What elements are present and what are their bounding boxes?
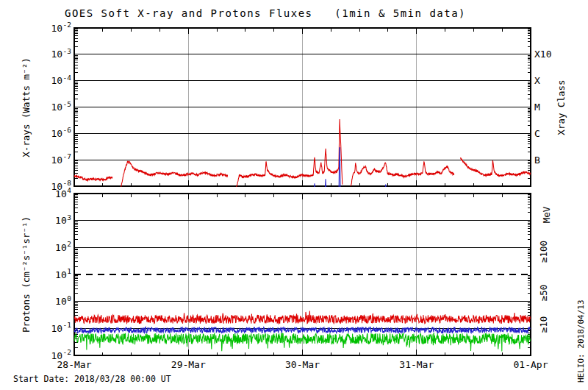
- xray-y-tick-label: 10-3: [51, 47, 71, 60]
- helio-date-watermark: HELIO: 2018/04/13: [576, 299, 586, 383]
- grid-layer: [74, 28, 531, 355]
- x-tick-label: 30-Mar: [285, 359, 320, 370]
- chart-title: GOES Soft X-ray and Protons Fluxes (1min…: [65, 7, 466, 19]
- xray-y-tick-label: 10-7: [51, 152, 71, 166]
- protons-y-tick-label: 103: [55, 213, 71, 227]
- protons-y-tick-label: 102: [55, 240, 71, 253]
- xray-y-tick-label: 10-6: [51, 126, 71, 139]
- xray-y-tick-label: 10-2: [51, 21, 71, 34]
- goes-flux-figure: GOES Soft X-ray and Protons Fluxes (1min…: [0, 0, 588, 390]
- xray-y-tick-label: 10-5: [51, 100, 71, 113]
- goes-flux-chart: GOES Soft X-ray and Protons Fluxes (1min…: [0, 0, 588, 390]
- x-tick-label: 29-Mar: [171, 359, 206, 370]
- xray-y-axis-label: X-rays (Watts m⁻²): [21, 57, 32, 157]
- protons-y-tick-label: 101: [55, 267, 71, 280]
- xray-class-label: X: [534, 75, 540, 86]
- x-tick-label: 28-Mar: [57, 359, 92, 370]
- proton-energy-label: ≥10: [538, 316, 549, 333]
- start-date-label: Start Date: 2018/03/28 00:00 UT: [13, 374, 171, 384]
- xray-y-tick-label: 10-4: [51, 74, 71, 87]
- x-tick-label: 01-Apr: [514, 359, 548, 370]
- proton-energy-label: ≥100: [538, 241, 549, 263]
- x-tick-label: 31-Mar: [399, 359, 434, 370]
- xray-class-label: M: [534, 102, 540, 113]
- proton-energy-label: ≥50: [538, 285, 549, 302]
- protons-y-tick-label: 10-1: [51, 321, 71, 334]
- xray-class-label: X10: [534, 49, 551, 60]
- xray-class-axis-title: Xray Class: [556, 79, 567, 135]
- protons-y-tick-label: 104: [55, 186, 71, 199]
- proton-y-axis-label: Protons (cm⁻²s⁻¹sr⁻¹): [21, 216, 32, 333]
- mev-axis-title: MeV: [541, 206, 552, 223]
- trace-xray-short-1min: [314, 147, 387, 197]
- xray-class-label: C: [534, 128, 540, 139]
- protons-y-tick-label: 100: [55, 294, 71, 308]
- xray-class-label: B: [534, 155, 540, 166]
